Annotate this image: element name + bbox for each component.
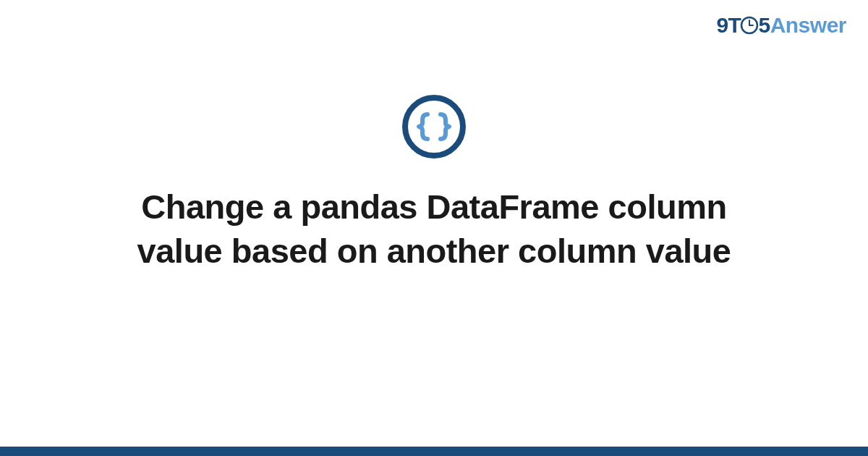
logo-prefix: 9T xyxy=(716,13,741,37)
footer-accent-bar xyxy=(0,447,868,456)
clock-icon xyxy=(740,15,759,40)
page-title: Change a pandas DataFrame column value b… xyxy=(109,185,760,273)
main-content: Change a pandas DataFrame column value b… xyxy=(0,94,868,273)
logo-answer: Answer xyxy=(770,13,846,37)
logo-suffix: 5 xyxy=(758,13,770,37)
site-logo: 9T5Answer xyxy=(716,13,846,38)
code-braces-emblem xyxy=(401,94,467,159)
svg-point-3 xyxy=(405,98,463,156)
